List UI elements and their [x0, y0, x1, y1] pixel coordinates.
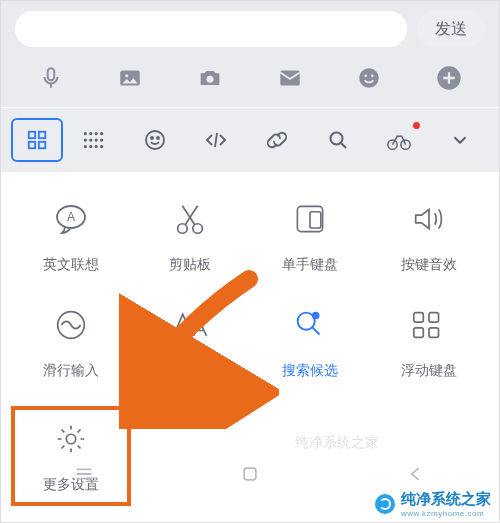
svg-point-34	[193, 224, 203, 234]
tab-grid[interactable]	[11, 118, 63, 162]
svg-point-27	[157, 137, 159, 139]
item-label: 搜索候选	[282, 362, 338, 380]
item-glide-input[interactable]: 滑行输入	[11, 302, 131, 380]
notification-dot-icon	[413, 122, 420, 129]
svg-rect-40	[414, 313, 424, 323]
brand-url: www.kzmyhome.com	[401, 509, 491, 518]
brand-name: 纯净系统之家	[401, 490, 491, 509]
svg-point-39	[312, 312, 320, 320]
item-search-candidate[interactable]: 搜索候选	[250, 302, 370, 380]
svg-point-13	[84, 132, 87, 135]
svg-point-22	[90, 145, 93, 148]
svg-point-17	[84, 138, 87, 141]
font-size-icon	[167, 302, 213, 348]
svg-rect-12	[39, 142, 45, 148]
svg-point-25	[146, 131, 164, 149]
item-label: 按键音效	[401, 256, 457, 274]
svg-point-24	[100, 145, 103, 148]
ime-tab-row	[1, 107, 499, 172]
footer-brand: 纯净系统之家 www.kzmyhome.com	[367, 486, 499, 522]
svg-rect-11	[29, 142, 35, 148]
svg-point-20	[100, 138, 103, 141]
svg-rect-10	[39, 132, 45, 138]
item-onehand-kb[interactable]: 单手键盘	[250, 196, 370, 274]
brand-logo-icon	[375, 494, 395, 514]
nav-menu-icon[interactable]	[69, 459, 99, 489]
svg-rect-0	[48, 68, 55, 80]
item-label: 候选字大小	[155, 362, 225, 380]
tab-emoji[interactable]	[126, 114, 185, 166]
tab-bike[interactable]	[369, 114, 428, 166]
tab-clip[interactable]	[248, 114, 307, 166]
svg-rect-42	[429, 313, 439, 323]
svg-point-5	[360, 68, 380, 88]
send-button[interactable]: 发送	[417, 11, 485, 47]
onehand-icon	[287, 196, 333, 242]
nav-back-icon[interactable]	[401, 459, 431, 489]
svg-point-2	[126, 74, 129, 77]
svg-point-23	[95, 145, 98, 148]
sound-icon	[406, 196, 452, 242]
svg-point-3	[207, 76, 214, 83]
plus-icon[interactable]	[432, 61, 466, 95]
svg-point-44	[66, 434, 76, 444]
svg-point-33	[178, 224, 188, 234]
tab-collapse[interactable]	[430, 114, 489, 166]
svg-point-16	[100, 132, 103, 135]
action-row	[1, 55, 499, 107]
tab-code[interactable]	[187, 114, 246, 166]
svg-point-15	[95, 132, 98, 135]
svg-point-19	[95, 138, 98, 141]
svg-point-28	[330, 133, 342, 145]
item-label: 剪贴板	[169, 256, 211, 274]
svg-rect-43	[429, 328, 439, 338]
message-input[interactable]	[15, 11, 407, 47]
item-float-kb[interactable]: 浮动键盘	[370, 302, 490, 380]
scissors-icon	[167, 196, 213, 242]
item-label: 英文联想	[43, 256, 99, 274]
svg-rect-41	[414, 328, 424, 338]
item-clipboard[interactable]: 剪贴板	[131, 196, 251, 274]
watermark-text: 纯净系统之家	[295, 434, 379, 452]
item-key-sound[interactable]: 按键音效	[370, 196, 490, 274]
item-english-assoc[interactable]: A 英文联想	[11, 196, 131, 274]
svg-point-18	[90, 138, 93, 141]
svg-rect-45	[244, 468, 256, 480]
camera-icon[interactable]	[193, 61, 227, 95]
item-label: 单手键盘	[282, 256, 338, 274]
mic-icon[interactable]	[34, 61, 68, 95]
envelope-icon[interactable]	[273, 61, 307, 95]
search-candidate-icon	[287, 302, 333, 348]
svg-point-7	[371, 75, 374, 78]
item-label: 浮动键盘	[401, 362, 457, 380]
svg-rect-9	[29, 132, 35, 138]
svg-point-21	[84, 145, 87, 148]
smile-icon[interactable]	[352, 61, 386, 95]
svg-rect-4	[280, 70, 300, 85]
float-kb-icon	[406, 302, 452, 348]
nav-home-icon[interactable]	[235, 459, 265, 489]
svg-point-26	[151, 137, 153, 139]
tab-search[interactable]	[308, 114, 367, 166]
svg-point-14	[90, 132, 93, 135]
wave-icon	[48, 302, 94, 348]
item-candidate-size[interactable]: 候选字大小	[131, 302, 251, 380]
image-icon[interactable]	[113, 61, 147, 95]
item-label: 滑行输入	[43, 362, 99, 380]
svg-point-6	[365, 75, 368, 78]
english-assoc-icon: A	[48, 196, 94, 242]
svg-text:A: A	[67, 210, 75, 224]
svg-rect-36	[310, 212, 321, 228]
tab-keyboard[interactable]	[65, 114, 124, 166]
